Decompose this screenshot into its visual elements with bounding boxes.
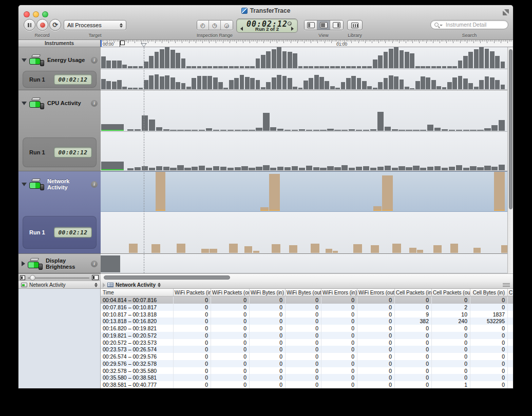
record-button[interactable]: [36, 19, 48, 31]
search-field[interactable]: [430, 20, 508, 29]
table-cell: 0: [286, 353, 321, 360]
column-header[interactable]: WiFi Bytes (out): [286, 289, 321, 296]
network-instrument-icon: [29, 179, 45, 190]
disclosure-triangle[interactable]: [22, 261, 25, 266]
table-cell: 0: [211, 332, 250, 339]
track-cpu-activity-run1[interactable]: [101, 132, 507, 171]
track-bar: [426, 77, 430, 89]
inspection-range-clear-button[interactable]: ◷: [209, 21, 221, 30]
inspection-range-start-button[interactable]: ◴: [197, 21, 209, 30]
table-cell: 0: [395, 296, 432, 304]
track-cpu-activity-run2[interactable]: [101, 90, 507, 132]
track-size-slider[interactable]: [28, 278, 89, 279]
library-button[interactable]: [347, 20, 363, 30]
disclosure-triangle[interactable]: [22, 102, 27, 105]
track-energy-usage-run1[interactable]: [101, 69, 507, 90]
track-bar: [156, 127, 162, 131]
table-cell-time: 00:19.821 – 00:20.572: [101, 332, 174, 339]
track-bar: [449, 167, 455, 170]
table-row[interactable]: 00:38.581 – 00:40.777000000010: [101, 381, 513, 388]
table-row[interactable]: 00:16.820 – 00:19.821000000000: [101, 325, 513, 332]
track-bar: [357, 66, 362, 68]
flag-marker[interactable]: [120, 41, 120, 47]
pause-button[interactable]: [24, 19, 35, 31]
track-bar: [256, 167, 262, 170]
instrument-energy-usage[interactable]: Energy Usage Run 1 00:02:12: [18, 47, 101, 90]
track-bar: [192, 66, 196, 68]
instrument-cpu-activity[interactable]: CPU Activity Run 1 00:02:12: [18, 90, 101, 171]
table-cell: 0: [395, 367, 432, 374]
table-row[interactable]: 00:29.576 – 00:32.578000000000: [101, 360, 513, 367]
track-network-activity-run2[interactable]: [101, 171, 507, 212]
column-header[interactable]: WiFi Errors (in): [321, 289, 357, 296]
info-icon[interactable]: [91, 100, 98, 107]
track-bar: [314, 66, 319, 68]
disclosure-triangle[interactable]: [22, 58, 27, 62]
next-run-button[interactable]: [291, 27, 294, 31]
view-bottom-pane-button[interactable]: [317, 21, 330, 30]
jump-bar-item[interactable]: Network Activity: [107, 282, 161, 288]
vertical-scrollbar[interactable]: [507, 47, 513, 273]
run-card[interactable]: Run 1 00:02:12: [23, 216, 97, 249]
track-display-brightness-run2[interactable]: [101, 254, 507, 273]
horizontal-scrollbar-thumb[interactable]: [104, 275, 230, 280]
table-cell: 10: [432, 311, 470, 318]
info-icon[interactable]: [91, 181, 98, 188]
instrument-network-activity[interactable]: Network Activity Run 1 00:02:12: [18, 171, 101, 254]
track-bar: [477, 167, 483, 170]
table-row[interactable]: 00:35.580 – 00:38.581000000000: [101, 374, 513, 381]
table-row[interactable]: 00:23.573 – 00:26.574000000000: [101, 346, 513, 353]
target-dropdown[interactable]: All Processes: [64, 20, 126, 30]
run-card[interactable]: Run 1 00:02:12: [23, 71, 97, 88]
column-header[interactable]: WiFi Bytes (in): [250, 289, 286, 296]
table-cell: 0: [321, 374, 357, 381]
track-bar: [326, 249, 332, 253]
column-header[interactable]: C: [508, 289, 513, 296]
table-row[interactable]: 00:13.818 – 00:16.820000000382240532295: [101, 318, 513, 325]
column-header[interactable]: WiFi Errors (out): [357, 289, 395, 296]
track-bar: [463, 56, 468, 68]
track-bar: [277, 75, 281, 89]
detail-instrument-popup[interactable]: Network Activity: [18, 281, 101, 289]
loop-button[interactable]: ⟳: [49, 19, 61, 31]
track-network-activity-run1[interactable]: [101, 212, 507, 254]
table-row[interactable]: 00:07.816 – 00:10.817000000020: [101, 304, 513, 311]
column-header[interactable]: WiFi Packets (out): [211, 289, 250, 296]
vertical-scrollbar-thumb[interactable]: [509, 49, 512, 209]
column-header[interactable]: WiFi Packets (in): [174, 289, 211, 296]
table-row[interactable]: 00:19.821 – 00:20.572000000000: [101, 332, 513, 339]
track-bar: [199, 130, 205, 131]
info-icon[interactable]: [91, 261, 98, 267]
table-row[interactable]: 00:04.814 – 00:07.816000000000: [101, 296, 513, 304]
track-bar: [220, 130, 226, 131]
track-energy-usage-run2[interactable]: [101, 47, 507, 69]
table-row[interactable]: 00:26.574 – 00:29.576000000000: [101, 353, 513, 360]
column-header[interactable]: Cell Bytes (in): [470, 289, 508, 296]
slider-knob[interactable]: [30, 275, 35, 281]
inspection-range-end-button[interactable]: ◶: [221, 21, 233, 30]
info-icon[interactable]: [91, 57, 98, 64]
table-row[interactable]: 00:20.572 – 00:23.573000000000: [101, 339, 513, 346]
disclosure-triangle[interactable]: [22, 183, 27, 186]
timeline-ruler[interactable]: 00:00 01:00: [101, 40, 513, 47]
column-header[interactable]: Cell Packets (in): [395, 289, 432, 296]
run-card[interactable]: Run 1 00:02:12: [23, 137, 97, 167]
app-window: TransferTrace ⟳ Record All Processes Tar…: [18, 5, 513, 388]
horizontal-scrollbar[interactable]: [101, 273, 513, 281]
view-right-pane-button[interactable]: [330, 21, 343, 30]
instrument-display-brightness[interactable]: Display Brightness: [18, 254, 101, 273]
table-row[interactable]: 00:32.578 – 00:35.580000000000: [101, 367, 513, 374]
view-left-pane-button[interactable]: [305, 21, 317, 30]
track-bar: [420, 168, 426, 170]
table-row[interactable]: 00:10.817 – 00:13.8180000009101837: [101, 311, 513, 318]
track-bar: [170, 130, 176, 131]
search-input[interactable]: [445, 21, 513, 28]
column-header[interactable]: Time: [101, 289, 174, 296]
fullscreen-icon[interactable]: [503, 9, 509, 15]
track-bar: [474, 49, 479, 68]
table-cell: 0: [470, 325, 508, 332]
track-bar: [309, 78, 313, 89]
column-options-icon[interactable]: [503, 283, 510, 287]
column-header[interactable]: Cell Packets (out): [432, 289, 470, 296]
track-bar: [112, 82, 117, 89]
